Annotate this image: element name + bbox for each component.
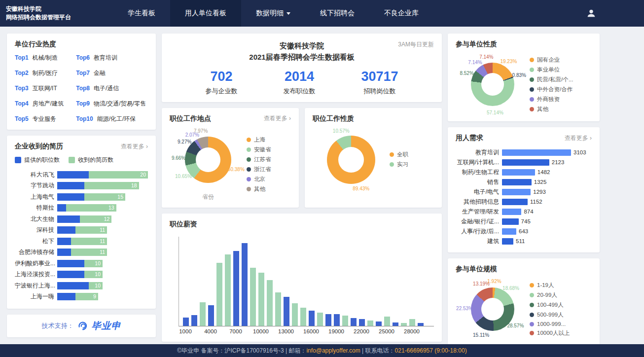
legend-marker-icon [390, 152, 394, 157]
nav-bad-company-db[interactable]: 不良企业库 [369, 0, 433, 27]
bar-track: 10 [57, 260, 148, 267]
provided-jobs-segment [57, 171, 89, 178]
nav-employer-dashboard[interactable]: 用人单位看板 [170, 0, 241, 27]
stat-label: 发布职位数 [283, 87, 315, 96]
legend-marker-icon [247, 157, 251, 162]
company-bar-row: 上海泾溪投资...10 [15, 269, 148, 281]
legend-label: 收到的简历数 [78, 156, 113, 164]
demand-more-link[interactable]: 查看更多 › [565, 134, 592, 143]
histogram-bar [367, 321, 373, 325]
job-location-legend-item[interactable]: 其他 [247, 185, 271, 193]
salary-histogram [179, 237, 434, 326]
histogram-bar [309, 311, 315, 325]
demand-bar-row: 制药/生物工程1482 [456, 167, 592, 177]
unit-scale-legend-item[interactable]: 20-99人 [530, 291, 570, 299]
job-location-legend-item[interactable]: 上海 [247, 136, 271, 143]
histogram-bar [284, 297, 289, 326]
industry-rank-label: Top8 [76, 85, 90, 92]
demand-bar-row: 建筑511 [456, 236, 592, 246]
company-resumes-more-link[interactable]: 查看更多 › [121, 143, 148, 151]
unit-nature-legend-item[interactable]: 国有企业 [530, 56, 573, 64]
company-bar-row: 字节跳动18 [15, 180, 148, 192]
unit-scale-title: 参与单位规模 [456, 265, 497, 274]
bar-track: 20 [57, 171, 148, 178]
unit-nature-legend-item[interactable]: 中外合资/合作 [530, 86, 573, 93]
job-location-more-link[interactable]: 查看更多 › [264, 114, 291, 123]
pie-percent-label: 0.83% [512, 72, 526, 78]
unit-nature-legend-item[interactable]: 外商独资 [530, 96, 573, 103]
company-bar-row: 上海电气15 [15, 191, 148, 203]
legend-label: 国有企业 [537, 56, 560, 64]
bar-track: 18 [57, 182, 148, 189]
histogram-bar [317, 313, 323, 326]
biyeshen-logo-text[interactable]: 毕业申 [92, 320, 121, 332]
nav-item-label: 用人单位看板 [185, 9, 226, 18]
unit-scale-legend-item[interactable]: 1-19人 [530, 282, 570, 289]
demand-value: 3103 [573, 149, 586, 155]
nav-data-detail[interactable]: 数据明细 [241, 0, 305, 27]
salary-card: 职位薪资 10004000700010000130001600019000220… [162, 214, 442, 342]
unit-nature-legend-item[interactable]: 其他 [530, 106, 573, 113]
industry-rank-label: Top3 [15, 85, 29, 92]
unit-nature-legend-item[interactable]: 事业单位 [530, 66, 573, 73]
job-location-legend-item[interactable]: 安徽省 [247, 146, 271, 153]
dashboard-title-line2: 2021届春季招聘会学生数据看板 [170, 51, 434, 63]
unit-scale-legend-item[interactable]: 1000-999... [530, 321, 570, 327]
company-name: 科大讯飞 [15, 171, 57, 179]
footer-email[interactable]: info@applyoffer.com [306, 347, 360, 354]
bar-value-label: 11 [100, 238, 105, 245]
job-type-legend-item[interactable]: 全职 [390, 151, 408, 158]
company-name: 上海一嗨 [15, 292, 57, 301]
industry-rank-item: Top3互联网/IT [15, 84, 76, 93]
legend-marker-icon [247, 167, 251, 172]
job-location-legend-item[interactable]: 江苏省 [247, 156, 271, 163]
unit-nature-pie-chart: 19.23%0.83%57.14%8.52%7.14%7.14% [456, 54, 530, 115]
nav-offline-job-fair[interactable]: 线下招聘会 [305, 0, 369, 27]
bar-track: 12 [57, 215, 148, 223]
company-bar-row: 北大生物12 [15, 214, 148, 225]
pie-percent-label: 60.38% [228, 166, 245, 172]
company-resumes-chart: 科大讯飞20字节跳动18上海电气15特斯拉13北大生物12深科技11松下11合肥… [15, 169, 148, 302]
bar-value-label: 20 [140, 171, 146, 178]
industry-name: 能源/化工/环保 [97, 115, 136, 122]
legend-label: 10000人以上 [537, 329, 570, 337]
industry-heat-card: 单位行业热度 Top1机械/制造Top6教育培训Top2制药/医疗Top7金融T… [7, 34, 156, 130]
nav-student-dashboard[interactable]: 学生看板 [113, 0, 170, 27]
bar-track: 11 [57, 238, 148, 245]
industry-heat-list: Top1机械/制造Top6教育培训Top2制药/医疗Top7金融Top3互联网/… [15, 54, 148, 123]
footer-phone-label: | 联系电话： [360, 347, 395, 355]
company-bar-row: 特斯拉13 [15, 203, 148, 214]
donut-hole [196, 147, 220, 172]
histogram-bar [258, 273, 264, 326]
industry-rank-item: Top9物流/交通/贸易/零售 [76, 100, 148, 108]
job-type-legend-item[interactable]: 实习 [390, 161, 408, 168]
user-avatar-button[interactable] [586, 8, 597, 19]
legend-label: 1-19人 [537, 282, 554, 289]
legend-label: 事业单位 [537, 66, 560, 73]
industry-name: 互联网/IT [33, 85, 57, 92]
legend-marker-icon [530, 68, 534, 72]
stacked-bar: 18 [57, 182, 139, 189]
job-location-legend-item[interactable]: 北京 [247, 176, 271, 183]
company-resumes-title: 企业收到的简历 [15, 142, 63, 151]
legend-label: 20-99人 [537, 291, 557, 299]
job-location-legend-item[interactable]: 浙江省 [247, 166, 271, 173]
pie-percent-label: 8.52% [460, 71, 473, 76]
unit-scale-legend-item[interactable]: 10000人以上 [530, 329, 570, 337]
stat-block: 702参与企业数 [205, 69, 237, 96]
unit-scale-legend-item[interactable]: 100-499人 [530, 301, 570, 309]
stacked-bar: 12 [57, 215, 111, 223]
industry-name: 教育培训 [94, 54, 117, 61]
unit-scale-card: 参与单位规模 1.92%18.68%28.57%15.11%22.53%13.1… [448, 258, 600, 346]
industry-heat-title: 单位行业热度 [15, 40, 56, 49]
legend-marker-icon [530, 283, 534, 287]
company-resumes-legend-item[interactable]: 提供的职位数 [15, 156, 60, 164]
unit-scale-legend-item[interactable]: 500-999人 [530, 311, 570, 319]
pie-percent-label: 13.19% [473, 281, 490, 286]
unit-nature-legend-item[interactable]: 民营/私营/个... [530, 76, 573, 83]
company-resumes-legend-item[interactable]: 收到的简历数 [69, 156, 113, 164]
app-logo-line1: 安徽科技学院 [6, 5, 71, 13]
legend-marker-icon [247, 187, 251, 191]
chevron-down-icon [286, 12, 290, 15]
company-name: 松下 [15, 237, 57, 246]
